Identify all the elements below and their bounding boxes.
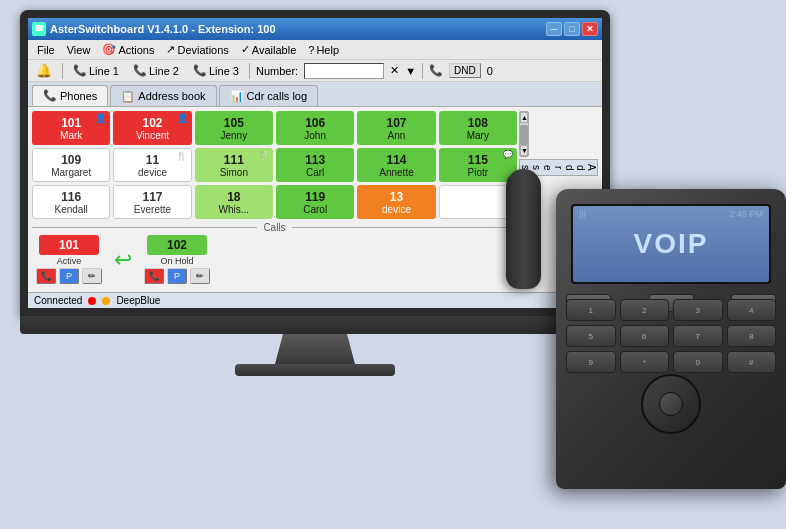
number-input[interactable] — [304, 63, 384, 79]
scrollbar[interactable]: ▲ ▼ — [519, 111, 529, 157]
fork-icon-2: 🍴 — [258, 150, 269, 160]
phone-key-hash[interactable]: # — [727, 351, 777, 373]
scroll-thumb[interactable] — [520, 125, 528, 145]
menu-deviations[interactable]: ↗ Deviations — [161, 42, 233, 57]
close-button[interactable]: ✕ — [582, 22, 598, 36]
call-item-102: 102 On Hold 📞 P ✏ — [144, 235, 210, 284]
line1-button[interactable]: 📞 Line 1 — [69, 63, 123, 78]
dnd-button[interactable]: DND — [449, 63, 481, 78]
phone-handset — [506, 169, 541, 289]
phone-key-9[interactable]: 9 — [566, 351, 616, 373]
menu-actions[interactable]: 🎯 Actions — [97, 42, 159, 57]
clear-icon[interactable]: ✕ — [390, 64, 399, 77]
park-btn-101[interactable]: P — [59, 268, 79, 284]
ext-119[interactable]: 119 Carol — [276, 185, 354, 219]
phone-key-star[interactable]: * — [620, 351, 670, 373]
transfer-btn-102[interactable]: ✏ — [190, 268, 210, 284]
phone-key-8[interactable]: 8 — [727, 325, 777, 347]
ext-114[interactable]: 114 Annette — [357, 148, 435, 182]
tab-phones[interactable]: 📞 Phones — [32, 85, 108, 106]
line3-button[interactable]: 📞 Line 3 — [189, 63, 243, 78]
menu-available[interactable]: ✓ Available — [236, 42, 301, 57]
bell-button[interactable]: 🔔 — [32, 62, 56, 79]
phone-screen: ||| 2:45 PM VOIP — [571, 204, 771, 284]
counter-badge: 0 — [487, 65, 493, 77]
window-controls: ─ □ ✕ — [546, 22, 598, 36]
connected-label: Connected — [34, 295, 82, 306]
ext-102[interactable]: 👤 102 Vincent — [113, 111, 191, 145]
phone-key-7[interactable]: 7 — [673, 325, 723, 347]
phone-key-4[interactable]: 4 — [727, 299, 777, 321]
app-icon: ☎ — [32, 22, 46, 36]
call-status-101: Active — [57, 256, 82, 266]
ext-106[interactable]: 106 John — [276, 111, 354, 145]
phone-nav-center[interactable] — [659, 392, 683, 416]
ext-101[interactable]: 👤 101 Mark — [32, 111, 110, 145]
transfer-btn-101[interactable]: ✏ — [82, 268, 102, 284]
extension-area: 👤 101 Mark 👤 102 Vincent — [32, 111, 517, 288]
phone-key-2[interactable]: 2 — [620, 299, 670, 321]
menu-bar: File View 🎯 Actions ↗ Deviations ✓ — [28, 40, 602, 60]
separator-3 — [422, 63, 423, 79]
menu-file[interactable]: File — [32, 43, 60, 57]
dropdown-icon[interactable]: ▼ — [405, 65, 416, 77]
window-title: AsterSwitchboard V1.4.1.0 - Extension: 1… — [50, 23, 546, 35]
call-buttons-101: 📞 P ✏ — [36, 268, 102, 284]
ext-105[interactable]: 105 Jenny — [195, 111, 273, 145]
toolbar: 🔔 📞 Line 1 📞 Line 2 📞 Line 3 — [28, 60, 602, 82]
phone-key-6[interactable]: 6 — [620, 325, 670, 347]
call-badge-101[interactable]: 101 — [39, 235, 99, 255]
line2-button[interactable]: 📞 Line 2 — [129, 63, 183, 78]
ext-108[interactable]: 108 Mary — [439, 111, 517, 145]
phone-key-3[interactable]: 3 — [673, 299, 723, 321]
hangup-btn-102[interactable]: 📞 — [144, 268, 164, 284]
extension-grid: 👤 101 Mark 👤 102 Vincent — [32, 111, 517, 219]
minimize-button[interactable]: ─ — [546, 22, 562, 36]
ext-116[interactable]: 116 Kendall — [32, 185, 110, 219]
ext-113[interactable]: 113 Carl — [276, 148, 354, 182]
tab-address-book[interactable]: 📋 Address book — [110, 85, 216, 106]
phone-icon-4: 📞 — [429, 64, 443, 77]
hangup-btn-101[interactable]: 📞 — [36, 268, 56, 284]
cdr-icon: 📊 — [230, 90, 244, 103]
call-badge-102[interactable]: 102 — [147, 235, 207, 255]
separator-2 — [249, 63, 250, 79]
voip-phone: ||| 2:45 PM VOIP 1 2 3 4 5 6 7 8 9 * 0 — [536, 149, 786, 489]
monitor-bezel — [20, 316, 610, 334]
phone-time: 2:45 PM — [729, 209, 763, 219]
phone-nav-ring[interactable] — [641, 374, 701, 434]
park-btn-102[interactable]: P — [167, 268, 187, 284]
monitor-stand — [275, 334, 355, 364]
person-icon: 👤 — [95, 113, 106, 123]
menu-view[interactable]: View — [62, 43, 96, 57]
ext-109[interactable]: 109 Margaret — [32, 148, 110, 182]
address-book-icon: 📋 — [121, 90, 135, 103]
active-calls: 101 Active 📞 P ✏ — [32, 235, 517, 288]
phone-screen-text: VOIP — [634, 228, 709, 260]
call-arrow: ↩ — [114, 247, 132, 273]
phone-signal: ||| — [579, 209, 586, 219]
maximize-button[interactable]: □ — [564, 22, 580, 36]
ext-107[interactable]: 107 Ann — [357, 111, 435, 145]
monitor-base — [235, 364, 395, 376]
scroll-down-btn[interactable]: ▼ — [520, 145, 528, 156]
phone-key-0[interactable]: 0 — [673, 351, 723, 373]
call-item-101: 101 Active 📞 P ✏ — [36, 235, 102, 284]
ext-111[interactable]: 🍴 111 Simon — [195, 148, 273, 182]
phone-icon: 📞 — [73, 64, 87, 77]
ext-117[interactable]: 117 Everette — [113, 185, 191, 219]
fork-icon: 🍴 — [176, 151, 187, 161]
ext-115[interactable]: 💬 115 Piotr — [439, 148, 517, 182]
phone-key-5[interactable]: 5 — [566, 325, 616, 347]
scroll-up-btn[interactable]: ▲ — [520, 112, 528, 123]
person-icon-2: 👤 — [177, 113, 188, 123]
ext-13[interactable]: 13 device — [357, 185, 435, 219]
phone-key-1[interactable]: 1 — [566, 299, 616, 321]
number-label: Number: — [256, 65, 298, 77]
ext-18[interactable]: 18 Whis... — [195, 185, 273, 219]
tabs-bar: 📞 Phones 📋 Address book 📊 Cdr calls log — [28, 82, 602, 106]
ext-11[interactable]: 🍴 11 device — [113, 148, 191, 182]
tab-cdr-calls[interactable]: 📊 Cdr calls log — [219, 85, 319, 106]
system-label: DeepBlue — [116, 295, 160, 306]
menu-help[interactable]: ? Help — [303, 43, 344, 57]
